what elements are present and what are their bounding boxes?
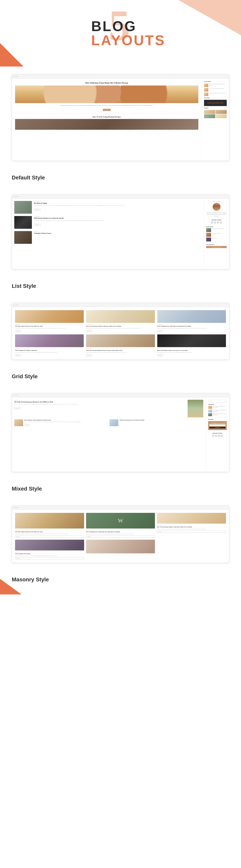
mixed-featured-read-more[interactable]: Read More [14,407,20,409]
masonry-read-more-4[interactable]: Read More [15,557,84,559]
recent-story-img-1 [206,228,211,232]
sidebar-post-2: How To Start Using Meatloaf Recipes [204,88,227,92]
bottom-triangle [0,579,22,594]
mixed-main: TRAVEL The Only Travel Insurance Resourc… [12,397,206,472]
masonry-read-more-3[interactable]: Read More [157,531,226,533]
list-style-section: LIFESTYLE Best Buys of August Always bee… [0,187,241,277]
browser-bar-masonry [12,506,229,510]
default-layout: How Delicious Food Made Me A Better Pers… [12,79,229,161]
masonry-browser-window: FASHION The Only Stylist Resources You W… [12,506,229,563]
mixed-read-more-1[interactable]: Read More [24,424,30,426]
sidebar-post-1: How Delicious Food Made Me A Better Pers… [204,84,227,87]
masonry-title-1: The Only Stylist Resources You Will Ever… [15,531,84,533]
hero-triangle-top [178,0,241,35]
meatloaf-image [15,119,198,130]
list-read-more-1[interactable]: Read More [34,209,40,211]
hero-layouts-label: LAYOUTS [91,33,165,48]
mixed-sidebar: Search ⚲ Latest Posts How Delicious Food… [206,397,229,472]
mixed-post-excerpt-1: Always been because you can eat some nic… [24,421,108,423]
grid-post-cat-1: FASHION [15,324,84,325]
grid-post-5: LIFESTYLE What The World Would Be Like I… [86,334,155,356]
browser-dot-m1 [13,395,15,396]
newsletter-input[interactable]: Enter your email address [209,425,225,426]
masonry-post-5 [86,540,155,555]
list-post-category-1: LIFESTYLE [34,201,201,202]
list-post-title-2: Will Lifestyle Markets Ever Rule the Wor… [34,217,201,219]
hello-label: Hello, I'm Linda [206,201,227,202]
twitter-icon-mixed[interactable]: t [215,435,217,437]
list-post-title-1: Best Buys of August [34,202,201,204]
pinterest-icon-mixed[interactable]: p [221,435,223,437]
browser-dot-1 [13,76,15,77]
list-post-3: TRAVEL A Sunday in Paris, France [14,231,201,244]
browser-dot-l1 [13,196,15,197]
list-post-content-3: TRAVEL A Sunday in Paris, France [34,231,201,235]
masonry-cat-2: FASHION [86,530,155,531]
read-more-button-main[interactable]: Read More [103,109,110,111]
grid-read-more-2[interactable]: Read More [86,330,92,332]
grid-post-6: LIFESTYLE Black And White Colours Are Al… [157,334,226,356]
grid-post-title-2: How Not Knowing Fashion Collections Make… [86,326,155,327]
sp-img-sm-3 [208,413,212,416]
grid-posts: FASHION The Only Stylist Resources You W… [15,310,226,356]
sp-text-sm-2: How Celebrity Cruises Made Me A Better P… [213,409,227,412]
masonry-label-section: Masonry Style [0,570,241,594]
grid-read-more-1[interactable]: Read More [15,330,21,332]
grid-read-more-4[interactable]: Read More [15,354,21,356]
sidebar-post-text-1: How Delicious Food Made Me A Better Pers… [209,84,227,86]
grid-style-label: Grid Style [12,373,229,380]
twitter-icon[interactable]: t [214,221,216,224]
grid-post-excerpt-4: Always been because you can eat some nic… [15,352,84,353]
grid-post-excerpt-2: Always been because you can eat some nic… [86,328,155,329]
grid-post-img-6 [157,334,226,347]
masonry-post-img-5 [86,540,155,553]
browser-dot-g3 [18,305,19,306]
browser-dot-mas3 [18,507,19,508]
list-sidebar: Hello, I'm Linda This is my style blog. … [204,198,229,269]
grid-read-more-3[interactable]: Read More [157,330,163,332]
ads-label: Ads Zone [204,97,227,99]
mixed-layout: TRAVEL The Only Travel Insurance Resourc… [12,397,229,472]
masonry-excerpt-4: Always been because you can eat some nic… [15,555,84,557]
list-post-img-2 [14,216,32,229]
mixed-featured-content: TRAVEL The Only Travel Insurance Resourc… [14,400,186,417]
recent-story-text-3: Travel Insur... [212,238,217,239]
facebook-icon-mixed[interactable]: f [212,435,214,437]
list-post-content-1: LIFESTYLE Best Buys of August Always bee… [34,201,201,211]
grid-post-excerpt-1: Always been because you can eat some nic… [15,328,84,329]
masonry-grid: FASHION The Only Stylist Resources You W… [15,513,226,560]
sp-img-sm-1 [208,406,212,409]
mixed-post-img-2 [110,419,118,426]
grid-post-cat-5: LIFESTYLE [86,348,155,349]
grid-post-img-4 [15,334,84,347]
newsletter-subscribe-btn[interactable]: SUBSCRIBE [209,427,225,429]
gallery-img-2 [216,110,227,114]
grid-read-more-5[interactable]: Read More [86,354,92,356]
grid-post-title-1: The Only Stylist Resources You Will Ever… [15,326,84,327]
sidebar-post-sm-2: How Celebrity Cruises Made Me A Better P… [208,409,227,412]
mixed-featured-title: The Only Travel Insurance Resources You … [14,401,186,403]
main-post-excerpt: The always been because you can eat some… [15,105,198,106]
sidebar-post-text-2: How To Start Using Meatloaf Recipes [209,88,224,89]
grid-post-img-5 [86,334,155,347]
instagram-icon[interactable]: in [217,221,219,224]
masonry-title-3: How Not Knowing Fashion Collections Make… [157,526,226,528]
grid-post-cat-2: FASHION [86,324,155,325]
default-main: How Delicious Food Made Me A Better Pers… [12,79,202,161]
pinterest-icon[interactable]: p [220,221,222,224]
latest-news-button[interactable]: Subscribe Newsletter [206,246,227,248]
grid-read-more-6[interactable]: Read More [157,354,163,356]
masonry-read-more-1[interactable]: Read More [15,535,84,538]
facebook-icon[interactable]: f [211,221,213,224]
newsletter-subtitle: Get something new in your email [209,423,225,424]
instagram-icon-mixed[interactable]: in [218,435,220,437]
list-post-excerpt-2: Has often been called the art of the pos… [34,220,201,221]
list-read-more-2[interactable]: Read More [34,224,40,226]
default-sidebar: Latest Posts How Delicious Food Made Me … [202,79,229,161]
search-box[interactable]: Search ⚲ [208,400,227,403]
recent-story-1: John's Empire is Back in Paris [206,228,227,232]
secondary-post-title: How To Start Using Meatloaf Recipes [15,116,198,118]
grid-post-3: FASHION Why Clothing Stores Will Make Yo… [157,310,226,332]
masonry-post-img-3 [157,513,226,524]
masonry-read-more-2[interactable]: Read More [86,535,155,538]
